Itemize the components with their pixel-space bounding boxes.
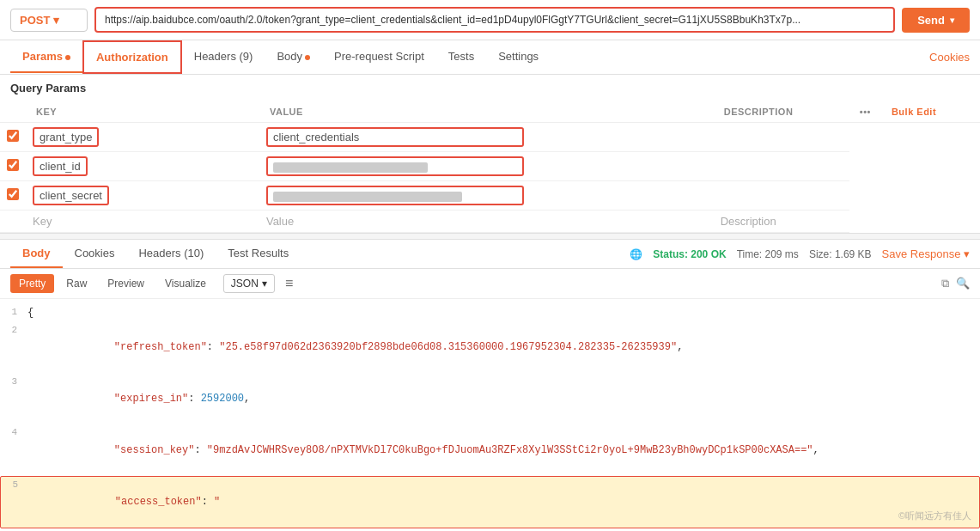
query-params-label: Query Params [0, 75, 980, 101]
format-bar: Pretty Raw Preview Visualize JSON ▾ ≡ ⧉ … [0, 269, 980, 299]
tab-prerequest[interactable]: Pre-request Script [322, 41, 436, 73]
row1-key-box: grant_type [33, 127, 99, 147]
row2-key-box: client_id [33, 156, 88, 176]
send-label: Send [917, 14, 945, 27]
json-line-5: 5 "access_token": " [0, 476, 980, 529]
tab-headers[interactable]: Headers (9) [182, 41, 265, 73]
json-line-2: 2 "refresh_token": "25.e58f97d062d236392… [0, 322, 980, 374]
table-row: client_secret [0, 181, 980, 211]
table-row-empty: Key Value Description [0, 211, 980, 233]
globe-icon: 🌐 [630, 248, 642, 260]
row3-key: client_secret [40, 189, 102, 202]
tab-tests[interactable]: Tests [436, 41, 486, 73]
json-line-3: 3 "expires_in": 2592000, [0, 374, 980, 425]
col-bulk-edit[interactable]: Bulk Edit [881, 101, 980, 123]
response-section: Body Cookies Headers (10) Test Results 🌐… [0, 240, 980, 531]
tab-settings[interactable]: Settings [486, 41, 551, 73]
desc-placeholder: Description [721, 215, 776, 228]
col-value: VALUE [259, 101, 714, 123]
response-size: Size: 1.69 KB [809, 248, 872, 260]
row1-key: grant_type [40, 131, 92, 143]
status-info: 🌐 Status: 200 OK Time: 209 ms Size: 1.69… [630, 247, 970, 260]
response-tabs: Body Cookies Headers (10) Test Results 🌐… [0, 240, 980, 269]
tab-body[interactable]: Body [265, 41, 322, 73]
table-row: client_id [0, 152, 980, 181]
table-row: grant_type client_credentials [0, 123, 980, 152]
row3-checkbox[interactable] [7, 188, 19, 200]
col-description: DESCRIPTION [714, 101, 849, 123]
watermark: ©听闻远方有佳人 [898, 510, 971, 522]
method-label: POST [20, 14, 50, 27]
send-chevron-icon: ▾ [950, 15, 954, 25]
row3-value-redacted [273, 192, 462, 202]
response-tab-headers[interactable]: Headers (10) [126, 240, 216, 268]
row1-checkbox[interactable] [7, 130, 19, 142]
col-options: ••• [849, 101, 881, 123]
top-bar: POST ▾ Send ▾ [0, 0, 980, 40]
format-preview-button[interactable]: Preview [99, 274, 153, 293]
tab-authorization[interactable]: Authorization [82, 40, 182, 74]
response-tab-cookies[interactable]: Cookies [63, 240, 127, 268]
json-format-select[interactable]: JSON ▾ [223, 274, 275, 293]
chevron-down-icon: ▾ [53, 14, 59, 27]
send-button[interactable]: Send ▾ [902, 8, 970, 33]
col-key: KEY [26, 101, 259, 123]
format-icons-right: ⧉ 🔍 [941, 277, 970, 290]
row2-value-box [266, 156, 524, 176]
cookies-link[interactable]: Cookies [929, 51, 970, 64]
row3-value-box [266, 186, 524, 205]
json-content: 1 { 2 "refresh_token": "25.e58f97d062d23… [0, 299, 980, 531]
row1-value: client_credentials [273, 131, 359, 143]
format-visualize-button[interactable]: Visualize [156, 274, 215, 293]
json-line-4: 4 "session_key": "9mzdAvJCWHRSvey8O8/nPX… [0, 424, 980, 476]
app-container: POST ▾ Send ▾ Params Authorization Heade… [0, 0, 980, 531]
format-pretty-button[interactable]: Pretty [10, 274, 54, 293]
method-select[interactable]: POST ▾ [10, 9, 88, 32]
col-check [0, 101, 26, 123]
row1-value-box: client_credentials [266, 127, 524, 147]
row2-checkbox[interactable] [7, 159, 19, 171]
format-lines-icon[interactable]: ≡ [285, 276, 293, 291]
status-badge: Status: 200 OK [653, 248, 726, 260]
save-response-button[interactable]: Save Response ▾ [882, 247, 970, 260]
key-placeholder[interactable]: Key [33, 215, 52, 228]
response-tab-test-results[interactable]: Test Results [216, 240, 301, 268]
value-placeholder[interactable]: Value [266, 215, 294, 228]
section-divider [0, 233, 980, 240]
upper-section: POST ▾ Send ▾ Params Authorization Heade… [0, 0, 980, 233]
response-time: Time: 209 ms [737, 248, 799, 260]
json-line-1: 1 { [0, 304, 980, 322]
json-select-chevron-icon: ▾ [262, 278, 267, 290]
copy-icon[interactable]: ⧉ [941, 277, 949, 290]
tab-params[interactable]: Params [10, 41, 82, 73]
params-table: KEY VALUE DESCRIPTION ••• Bulk Edit [0, 101, 980, 233]
response-tab-body[interactable]: Body [10, 240, 63, 268]
search-icon[interactable]: 🔍 [956, 277, 970, 290]
url-input[interactable] [94, 7, 895, 33]
row3-key-box: client_secret [33, 186, 109, 205]
format-raw-button[interactable]: Raw [58, 274, 95, 293]
request-tabs: Params Authorization Headers (9) Body Pr… [0, 40, 980, 75]
row2-value-redacted [273, 162, 428, 173]
row2-key: client_id [40, 160, 81, 173]
